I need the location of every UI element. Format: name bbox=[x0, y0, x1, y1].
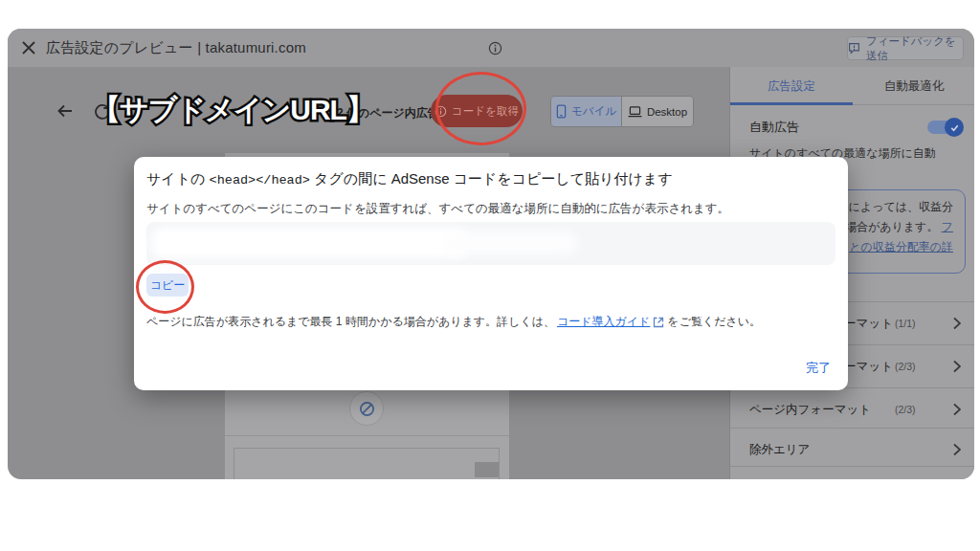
device-toggle: モバイル Desktop bbox=[550, 96, 694, 127]
infobox-line1: によっては、収益分 bbox=[849, 199, 953, 215]
count-badge: (1/1) bbox=[895, 318, 916, 329]
laptop-icon bbox=[628, 106, 642, 118]
dialog-note: ページに広告が表示されるまで最長 1 時間かかる場合があります。詳しくは、 コー… bbox=[146, 314, 761, 330]
chevron-right-icon bbox=[952, 360, 962, 373]
feedback-icon bbox=[848, 42, 860, 55]
mobile-tab[interactable]: モバイル bbox=[551, 97, 622, 126]
infobox-line3: との収益分配率の詳 bbox=[849, 239, 953, 255]
code-guide-link[interactable]: コード導入ガイド bbox=[557, 314, 650, 330]
redacted-code bbox=[443, 231, 577, 254]
block-ad-button[interactable] bbox=[349, 391, 384, 426]
auto-ads-label: 自動広告 bbox=[749, 119, 799, 136]
sidebar-item-in-page-format[interactable]: ページ内フォーマット (2/3) bbox=[730, 387, 974, 428]
mobile-label: モバイル bbox=[571, 104, 616, 119]
annotation-circle-get-code bbox=[435, 72, 526, 145]
adsense-code-box[interactable] bbox=[146, 222, 835, 265]
count-badge: (2/3) bbox=[895, 404, 916, 415]
selected-tab-underline bbox=[730, 102, 853, 105]
annotation-circle-copy bbox=[136, 260, 194, 314]
desktop-tab[interactable]: Desktop bbox=[622, 97, 693, 126]
revenue-share-link[interactable]: フ bbox=[942, 220, 953, 233]
info-icon[interactable] bbox=[488, 41, 502, 55]
tab-auto-optimization[interactable]: 自動最適化 bbox=[853, 67, 974, 105]
done-button[interactable]: 完了 bbox=[806, 360, 831, 377]
sidebar-item-excluded-area[interactable]: 除外エリア bbox=[730, 428, 974, 466]
dialog-description: サイトのすべてのページにこのコードを設置すれば、すべての最適な場所に自動的に広告… bbox=[146, 201, 729, 217]
tab-ad-settings[interactable]: 広告設定 bbox=[730, 67, 853, 105]
block-icon bbox=[359, 401, 375, 417]
phone-icon bbox=[556, 104, 567, 119]
adsense-code-dialog: サイトの <head></head> タグの間に AdSense コードをコピー… bbox=[134, 157, 848, 390]
check-icon bbox=[949, 122, 960, 133]
sidebar-item-excluded-pages[interactable]: 除外ページ bbox=[730, 466, 974, 479]
send-feedback-label: フィードバックを送信 bbox=[866, 34, 963, 63]
count-badge: (2/3) bbox=[895, 361, 916, 372]
chevron-right-icon bbox=[952, 443, 962, 456]
preview-divider bbox=[225, 435, 509, 436]
redacted-code bbox=[152, 228, 468, 258]
header-bar: 広告設定のプレビュー | takatumuri.com フィードバックを送信 bbox=[8, 29, 974, 67]
desktop-label: Desktop bbox=[647, 106, 687, 118]
annotation-subdomain-url-label: 【サブドメインURL】 bbox=[92, 91, 374, 130]
preview-thumbnail bbox=[475, 462, 499, 477]
auto-ads-toggle[interactable] bbox=[925, 118, 964, 137]
page-title: 広告設定のプレビュー | takatumuri.com bbox=[46, 29, 306, 67]
close-icon[interactable] bbox=[21, 40, 36, 55]
dialog-title: サイトの <head></head> タグの間に AdSense コードをコピー… bbox=[146, 170, 673, 188]
chevron-right-icon bbox=[952, 403, 962, 416]
send-feedback-button[interactable]: フィードバックを送信 bbox=[847, 36, 964, 60]
sidebar-tabs: 広告設定 自動最適化 bbox=[730, 67, 974, 105]
revenue-share-link[interactable]: との収益分配率の詳 bbox=[849, 240, 953, 253]
screenshot-canvas: 広告設定のプレビュー | takatumuri.com フィードバックを送信 2… bbox=[0, 0, 980, 551]
head-tag-code: <head></head> bbox=[210, 173, 310, 187]
external-link-icon bbox=[653, 317, 664, 328]
chevron-right-icon bbox=[952, 317, 962, 330]
infobox-line2: 場合があります。 フ bbox=[845, 219, 953, 235]
preview-content-box bbox=[234, 448, 500, 479]
back-arrow-icon[interactable] bbox=[56, 101, 75, 121]
